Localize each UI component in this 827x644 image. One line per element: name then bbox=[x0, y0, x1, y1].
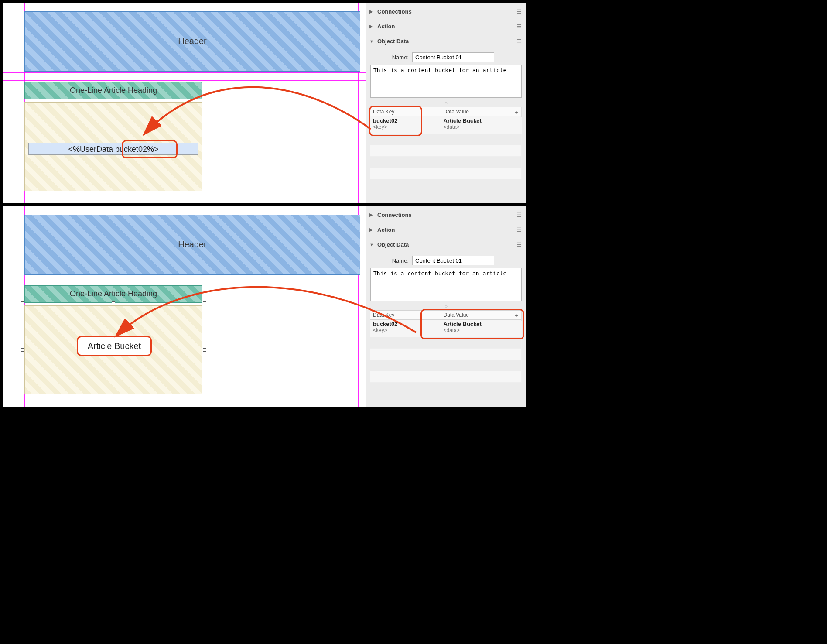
placeholder-header-frame[interactable]: Header bbox=[24, 215, 360, 275]
app-window-before: Header One-Line Article Heading <%UserDa… bbox=[3, 3, 526, 203]
selection-handle[interactable] bbox=[112, 395, 115, 398]
object-data-body: Name: ○ Data Key Data Value ＋ bucket02 <… bbox=[366, 252, 526, 383]
resize-grip-icon[interactable]: ○ bbox=[370, 302, 522, 309]
selection-handle[interactable] bbox=[203, 301, 206, 305]
col-head-value: Data Value bbox=[441, 311, 512, 321]
data-value: Article Bucket bbox=[444, 321, 509, 327]
inspector-section-object-data[interactable]: ▼ Object Data ☰ bbox=[366, 237, 526, 252]
content-slot-suffix: %> bbox=[147, 145, 159, 154]
canvas-area[interactable]: Header One-Line Article Heading <%UserDa… bbox=[3, 3, 366, 203]
name-field[interactable] bbox=[412, 52, 494, 62]
section-title: Action bbox=[377, 23, 514, 30]
data-value-type: <data> bbox=[444, 124, 509, 130]
disclosure-right-icon: ▶ bbox=[369, 24, 375, 29]
section-menu-icon[interactable]: ☰ bbox=[516, 8, 522, 15]
placeholder-heading-frame[interactable]: One-Line Article Heading bbox=[24, 285, 202, 303]
data-key: bucket02 bbox=[373, 321, 438, 327]
placeholder-heading-label: One-Line Article Heading bbox=[25, 289, 202, 298]
guide-horizontal[interactable] bbox=[3, 213, 366, 213]
selection-handle[interactable] bbox=[203, 348, 206, 352]
inspector-section-connections[interactable]: ▶ Connections ☰ bbox=[366, 4, 526, 19]
inspector-panel: ▶ Connections ☰ ▶ Action ☰ ▼ Object Data… bbox=[366, 206, 526, 407]
guide-horizontal[interactable] bbox=[3, 80, 366, 81]
data-table-header: Data Key Data Value ＋ bbox=[370, 310, 522, 320]
placeholder-header-label: Header bbox=[25, 240, 360, 250]
table-row-empty bbox=[370, 349, 522, 360]
guide-vertical[interactable] bbox=[8, 206, 8, 407]
canvas-area[interactable]: Header One-Line Article Heading Article … bbox=[3, 206, 366, 407]
inspector-section-object-data[interactable]: ▼ Object Data ☰ bbox=[366, 34, 526, 49]
section-title: Object Data bbox=[377, 38, 514, 45]
object-data-body: Name: ○ Data Key Data Value ＋ bucket02 <… bbox=[366, 49, 526, 179]
add-row-button[interactable]: ＋ bbox=[511, 311, 522, 321]
section-title: Object Data bbox=[377, 241, 514, 248]
add-row-button[interactable]: ＋ bbox=[511, 107, 522, 117]
notes-field[interactable] bbox=[370, 268, 522, 301]
col-head-key: Data Key bbox=[370, 311, 441, 321]
table-row-empty bbox=[370, 134, 522, 145]
name-label: Name: bbox=[370, 54, 409, 61]
data-key-type: <key> bbox=[373, 327, 438, 333]
section-menu-icon[interactable]: ☰ bbox=[516, 212, 522, 218]
data-table: Data Key Data Value ＋ bucket02 <key> Art… bbox=[370, 107, 522, 179]
placeholder-header-frame[interactable]: Header bbox=[24, 11, 360, 72]
section-menu-icon[interactable]: ☰ bbox=[516, 38, 522, 45]
placeholder-heading-frame[interactable]: One-Line Article Heading bbox=[24, 82, 202, 99]
inspector-section-action[interactable]: ▶ Action ☰ bbox=[366, 19, 526, 34]
section-title: Action bbox=[377, 226, 514, 233]
table-row-empty bbox=[370, 168, 522, 179]
data-key-type: <key> bbox=[373, 124, 438, 130]
selection-handle[interactable] bbox=[203, 395, 206, 398]
inspector-section-connections[interactable]: ▶ Connections ☰ bbox=[366, 208, 526, 223]
col-head-key: Data Key bbox=[370, 107, 441, 117]
guide-horizontal[interactable] bbox=[3, 72, 366, 73]
section-title: Connections bbox=[377, 8, 514, 15]
disclosure-down-icon: ▼ bbox=[369, 39, 375, 44]
table-row-empty bbox=[370, 145, 522, 157]
data-value-type: <data> bbox=[444, 327, 509, 333]
table-row-empty bbox=[370, 337, 522, 349]
app-window-after: Header One-Line Article Heading Article … bbox=[3, 206, 526, 407]
notes-field[interactable] bbox=[370, 65, 522, 98]
guide-horizontal[interactable] bbox=[3, 276, 366, 276]
section-menu-icon[interactable]: ☰ bbox=[516, 241, 522, 248]
name-field[interactable] bbox=[412, 256, 494, 265]
selection-handle[interactable] bbox=[112, 301, 115, 305]
table-row-empty bbox=[370, 360, 522, 371]
placeholder-heading-label: One-Line Article Heading bbox=[25, 86, 202, 95]
table-row-empty bbox=[370, 371, 522, 383]
cell-key: bucket02 <key> bbox=[370, 116, 441, 134]
content-data-slot[interactable]: <%UserData bucket02%> bbox=[28, 143, 198, 155]
table-row[interactable]: bucket02 <key> Article Bucket <data> bbox=[370, 116, 522, 134]
selection-handle[interactable] bbox=[21, 301, 24, 305]
inspector-section-action[interactable]: ▶ Action ☰ bbox=[366, 223, 526, 237]
section-menu-icon[interactable]: ☰ bbox=[516, 226, 522, 233]
table-row[interactable]: bucket02 <key> Article Bucket <data> bbox=[370, 320, 522, 337]
data-key: bucket02 bbox=[373, 117, 438, 124]
guide-vertical[interactable] bbox=[8, 3, 8, 203]
resize-grip-icon[interactable]: ○ bbox=[370, 99, 522, 106]
disclosure-right-icon: ▶ bbox=[369, 212, 375, 218]
guide-horizontal[interactable] bbox=[3, 10, 366, 10]
col-head-value: Data Value bbox=[441, 107, 512, 117]
content-slot-prefix: <%UserData bbox=[68, 145, 115, 154]
selection-handle[interactable] bbox=[21, 395, 24, 398]
name-label: Name: bbox=[370, 257, 409, 264]
cell-value: Article Bucket <data> bbox=[441, 320, 512, 337]
placeholder-content-frame[interactable]: <%UserData bucket02%> bbox=[24, 102, 202, 191]
data-table: Data Key Data Value ＋ bucket02 <key> Art… bbox=[370, 310, 522, 383]
cell-value: Article Bucket <data> bbox=[441, 116, 512, 134]
section-menu-icon[interactable]: ☰ bbox=[516, 23, 522, 30]
result-text: Article Bucket bbox=[77, 336, 152, 356]
content-slot-key: bucket02 bbox=[115, 145, 147, 154]
cell-key: bucket02 <key> bbox=[370, 320, 441, 337]
disclosure-down-icon: ▼ bbox=[369, 242, 375, 247]
table-row-empty bbox=[370, 157, 522, 168]
guide-horizontal[interactable] bbox=[3, 284, 366, 284]
disclosure-right-icon: ▶ bbox=[369, 9, 375, 14]
inspector-panel: ▶ Connections ☰ ▶ Action ☰ ▼ Object Data… bbox=[366, 3, 526, 203]
section-title: Connections bbox=[377, 212, 514, 218]
selection-handle[interactable] bbox=[21, 348, 24, 352]
data-table-header: Data Key Data Value ＋ bbox=[370, 107, 522, 116]
placeholder-header-label: Header bbox=[25, 36, 360, 46]
